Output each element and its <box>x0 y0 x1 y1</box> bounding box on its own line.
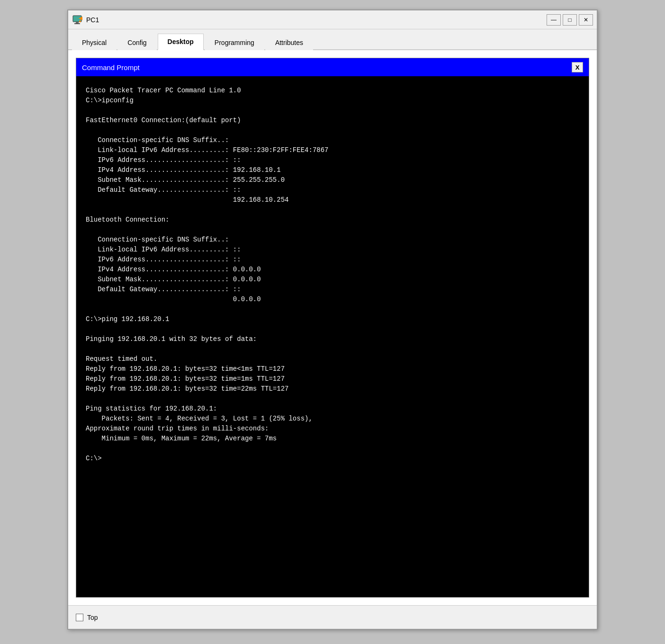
title-bar: PC1 — □ ✕ <box>68 10 597 29</box>
svg-point-3 <box>79 20 81 22</box>
window-title: PC1 <box>86 16 547 24</box>
svg-rect-2 <box>74 23 80 24</box>
command-prompt-window: Command Prompt X Cisco Packet Tracer PC … <box>76 58 589 598</box>
bottom-bar: Top <box>68 605 597 629</box>
app-title-bar: Command Prompt X <box>76 58 589 76</box>
app-title: Command Prompt <box>82 63 140 72</box>
window-controls: — □ ✕ <box>547 14 593 26</box>
tab-bar: Physical Config Desktop Programming Attr… <box>68 29 597 50</box>
content-area: Command Prompt X Cisco Packet Tracer PC … <box>68 50 597 605</box>
top-checkbox[interactable] <box>76 614 83 621</box>
tab-physical[interactable]: Physical <box>72 35 117 50</box>
tab-config[interactable]: Config <box>117 35 156 50</box>
main-window: PC1 — □ ✕ Physical Config Desktop Progra… <box>67 9 598 630</box>
tab-desktop[interactable]: Desktop <box>158 34 204 50</box>
top-label: Top <box>87 614 98 621</box>
svg-rect-1 <box>76 22 79 23</box>
tab-attributes[interactable]: Attributes <box>265 35 313 50</box>
close-button[interactable]: ✕ <box>579 14 593 26</box>
app-icon <box>72 15 82 25</box>
app-close-button[interactable]: X <box>572 62 583 72</box>
tab-programming[interactable]: Programming <box>205 35 264 50</box>
minimize-button[interactable]: — <box>547 14 561 26</box>
terminal-output[interactable]: Cisco Packet Tracer PC Command Line 1.0 … <box>76 76 589 597</box>
maximize-button[interactable]: □ <box>563 14 577 26</box>
